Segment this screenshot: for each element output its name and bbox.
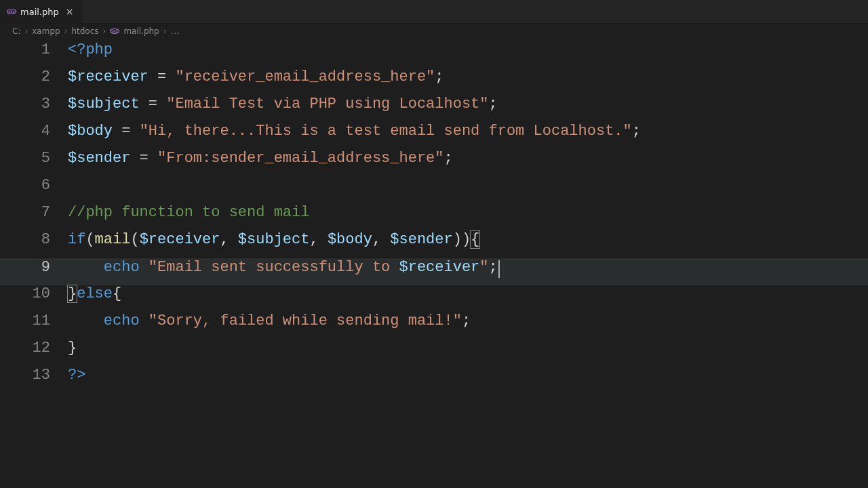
php-icon: php (7, 7, 16, 16)
tab-label: mail.php (20, 7, 59, 17)
code-content: echo "Email sent successfully to $receiv… (68, 258, 868, 276)
code-content: //php function to send mail (68, 204, 868, 221)
code-line[interactable]: 8if(mail($receiver, $subject, $body, $se… (0, 231, 868, 258)
code-editor[interactable]: 1<?php2$receiver = "receiver_email_addre… (0, 39, 868, 488)
line-number: 7 (0, 204, 68, 221)
line-number: 2 (0, 68, 68, 85)
breadcrumb-part: xampp (32, 26, 60, 36)
breadcrumb-ellipsis: ... (171, 26, 180, 36)
chevron-right-icon: › (23, 26, 29, 36)
code-line[interactable]: 3$subject = "Email Test via PHP using Lo… (0, 96, 868, 123)
code-content: } (68, 340, 868, 357)
svg-text:php: php (112, 30, 118, 33)
code-line[interactable]: 2$receiver = "receiver_email_address_her… (0, 68, 868, 96)
code-line[interactable]: 4$body = "Hi, there...This is a test ema… (0, 123, 868, 150)
chevron-right-icon: › (63, 26, 69, 36)
chevron-right-icon: › (102, 26, 108, 36)
code-line[interactable]: 1<?php (0, 41, 868, 68)
chevron-right-icon: › (162, 26, 168, 36)
svg-text:php: php (9, 10, 15, 14)
code-content: $sender = "From:sender_email_address_her… (68, 150, 868, 167)
breadcrumb-part: htdocs (71, 26, 98, 36)
line-number: 4 (0, 123, 68, 140)
line-number: 12 (0, 340, 68, 357)
code-content: <?php (68, 41, 868, 58)
code-line[interactable]: 13?> (0, 367, 868, 394)
code-content: }else{ (68, 285, 868, 302)
code-content: ?> (68, 367, 868, 384)
line-number: 1 (0, 41, 68, 58)
editor-tab[interactable]: php mail.php × (0, 0, 83, 23)
line-number: 11 (0, 312, 68, 329)
code-content: $receiver = "receiver_email_address_here… (68, 68, 868, 85)
code-content: $body = "Hi, there...This is a test emai… (68, 123, 868, 140)
line-number: 8 (0, 231, 68, 248)
breadcrumb-part: C: (12, 26, 20, 36)
code-line[interactable]: 7//php function to send mail (0, 204, 868, 231)
code-content: if(mail($receiver, $subject, $body, $sen… (68, 231, 868, 248)
code-line[interactable]: 12} (0, 340, 868, 367)
php-icon: php (110, 26, 119, 36)
line-number: 6 (0, 177, 68, 194)
line-number: 3 (0, 96, 68, 113)
line-number: 9 (0, 259, 68, 276)
code-line[interactable]: 10}else{ (0, 285, 868, 312)
code-line[interactable]: 11 echo "Sorry, failed while sending mai… (0, 312, 868, 340)
breadcrumb[interactable]: C: › xampp › htdocs › php mail.php › ... (0, 24, 868, 39)
code-line[interactable]: 6 (0, 177, 868, 204)
tab-bar: php mail.php × (0, 0, 868, 24)
close-icon[interactable]: × (64, 6, 75, 17)
breadcrumb-file: mail.php (123, 26, 159, 36)
line-number: 13 (0, 367, 68, 384)
code-content: $subject = "Email Test via PHP using Loc… (68, 96, 868, 113)
line-number: 5 (0, 150, 68, 167)
line-number: 10 (0, 285, 68, 302)
code-line[interactable]: 5$sender = "From:sender_email_address_he… (0, 150, 868, 177)
code-line[interactable]: 9 echo "Email sent successfully to $rece… (0, 258, 868, 285)
code-content: echo "Sorry, failed while sending mail!"… (68, 312, 868, 329)
